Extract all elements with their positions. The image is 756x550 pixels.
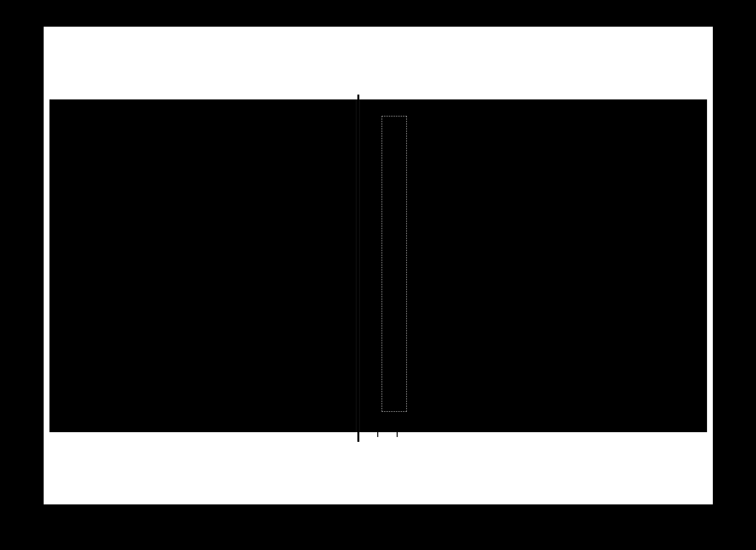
- editor-frame: [44, 27, 713, 504]
- center-divider[interactable]: [356, 99, 360, 432]
- selection-marquee[interactable]: [382, 116, 407, 412]
- guide-mark-right: [397, 430, 398, 437]
- divider-mark-bottom: [357, 431, 359, 442]
- canvas-area[interactable]: [49, 99, 707, 432]
- guide-mark-left: [377, 430, 378, 437]
